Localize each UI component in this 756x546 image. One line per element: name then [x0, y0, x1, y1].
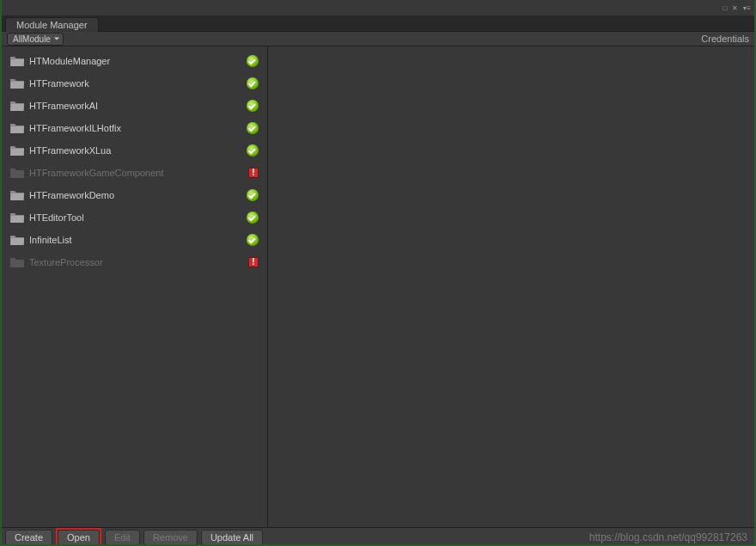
credentials-link[interactable]: Credentials — [701, 34, 749, 44]
toolbar: AllModule Credentials — [0, 31, 756, 46]
folder-icon — [10, 101, 24, 111]
folder-icon — [10, 235, 24, 245]
window-dock-icon[interactable]: □ — [722, 4, 727, 12]
module-label: HTFrameworkAI — [29, 101, 247, 111]
module-row[interactable]: HTFramework — [0, 72, 267, 95]
remove-button[interactable]: Remove — [143, 530, 198, 545]
module-label: HTEditorTool — [29, 212, 247, 223]
status-ok-icon — [247, 144, 259, 156]
module-label: HTFrameworkILHotfix — [29, 123, 247, 133]
module-row[interactable]: HTFrameworkILHotfix — [0, 117, 267, 139]
open-button[interactable]: Open — [58, 530, 100, 545]
status-ok-icon — [247, 55, 259, 67]
status-ok-icon — [247, 189, 259, 201]
folder-icon — [10, 78, 24, 89]
status-ok-icon — [247, 122, 259, 134]
module-label: HTFrameworkXLua — [29, 145, 247, 156]
main-area: HTModuleManagerHTFrameworkHTFrameworkAIH… — [0, 46, 756, 527]
module-label: HTFrameworkGameComponent — [29, 168, 248, 178]
detail-pane — [268, 46, 756, 527]
module-row[interactable]: HTFrameworkDemo — [0, 184, 267, 206]
footer: Create Open Edit Remove Update All — [0, 527, 756, 546]
titlebar: □ ✕ ▾≡ — [0, 0, 756, 15]
status-ok-icon — [247, 77, 259, 89]
update-all-button[interactable]: Update All — [201, 530, 263, 545]
tab-module-manager[interactable]: Module Manager — [5, 17, 99, 32]
module-row[interactable]: HTFrameworkAI — [0, 95, 267, 117]
module-row[interactable]: HTEditorTool — [0, 206, 267, 229]
module-label: HTModuleManager — [29, 56, 247, 66]
status-ok-icon — [247, 100, 259, 112]
module-label: InfiniteList — [29, 235, 247, 245]
folder-icon — [10, 145, 24, 156]
window-close-icon[interactable]: ✕ — [732, 4, 738, 12]
module-label: HTFramework — [29, 78, 247, 89]
filter-dropdown[interactable]: AllModule — [7, 33, 64, 46]
status-ok-icon — [247, 212, 259, 224]
folder-icon — [10, 123, 24, 133]
status-error-icon: ! — [248, 168, 259, 178]
status-ok-icon — [247, 234, 259, 246]
folder-icon — [10, 190, 24, 200]
status-error-icon: ! — [248, 257, 259, 267]
tab-label: Module Manager — [16, 20, 88, 30]
folder-icon — [10, 168, 24, 178]
folder-icon — [10, 212, 24, 223]
module-list: HTModuleManagerHTFrameworkHTFrameworkAIH… — [0, 46, 268, 527]
edit-button[interactable]: Edit — [105, 530, 140, 545]
module-label: HTFrameworkDemo — [29, 190, 247, 200]
create-button[interactable]: Create — [5, 530, 52, 545]
open-button-highlight: Open — [56, 528, 101, 547]
folder-icon — [10, 56, 24, 66]
filter-dropdown-label: AllModule — [13, 34, 51, 44]
module-label: TextureProcessor — [29, 257, 248, 267]
module-row[interactable]: HTFrameworkXLua — [0, 139, 267, 162]
window-menu-icon[interactable]: ▾≡ — [743, 4, 751, 12]
module-row[interactable]: InfiniteList — [0, 229, 267, 251]
module-row[interactable]: TextureProcessor! — [0, 251, 267, 273]
folder-icon — [10, 257, 24, 267]
module-row[interactable]: HTModuleManager — [0, 50, 267, 72]
tab-bar: Module Manager — [0, 15, 756, 31]
module-row[interactable]: HTFrameworkGameComponent! — [0, 162, 267, 184]
